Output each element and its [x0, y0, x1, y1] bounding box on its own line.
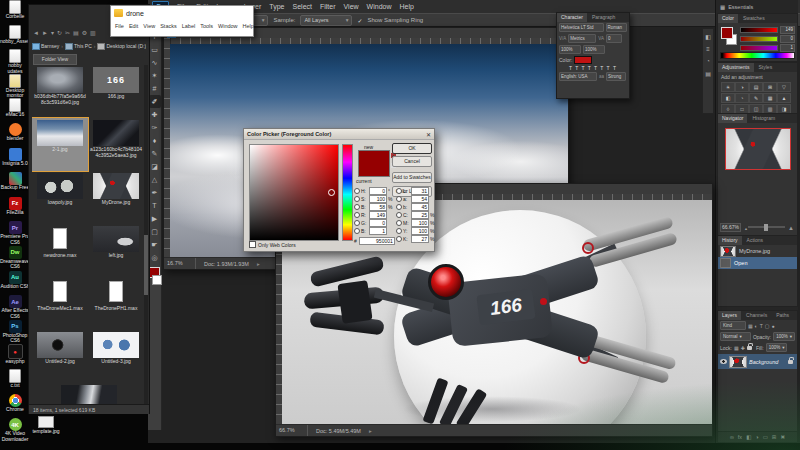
radio-button[interactable] — [354, 204, 360, 210]
adjustment-icon[interactable]: ⊞ — [763, 82, 777, 92]
blue-slider[interactable] — [740, 45, 778, 51]
tab-channels[interactable]: Channels — [742, 311, 771, 320]
toolbar-icon[interactable]: ▥ — [90, 29, 96, 36]
tracking-dropdown[interactable]: 0 — [606, 34, 622, 43]
hex-input[interactable]: 950001 — [359, 237, 395, 245]
adjustment-icon[interactable]: ◧ — [721, 93, 735, 103]
tab-swatches[interactable]: Swatches — [739, 14, 769, 23]
value-input[interactable]: 31 — [411, 187, 429, 195]
menu-item[interactable]: Filter — [320, 3, 336, 10]
file-item[interactable]: b036db4b77fa5e9a66d8c3c591d6e0.jpg — [32, 65, 88, 118]
toolbar-icon[interactable]: ↻ — [57, 29, 62, 36]
blue-value[interactable]: 1 — [780, 44, 795, 52]
desktop-icon[interactable]: Premiere Pro CS6 — [0, 221, 30, 246]
horizontal-scale-input[interactable]: 100% — [583, 45, 605, 54]
status-arrow-icon[interactable]: ▸ — [369, 428, 372, 434]
desktop-icon[interactable]: Insignia 5.0 — [0, 148, 30, 173]
sample-dropdown[interactable]: All Layers▾ — [300, 15, 352, 26]
adjustment-icon[interactable]: ☀ — [721, 82, 735, 92]
red-value[interactable]: 149 — [780, 26, 795, 34]
zoom-slider-thumb[interactable] — [764, 224, 768, 231]
menu-item[interactable]: Type — [269, 3, 284, 10]
green-slider[interactable] — [740, 36, 778, 42]
tool-button[interactable]: # — [149, 82, 161, 95]
file-item[interactable]: left.jpg — [88, 224, 144, 277]
tab-paths[interactable]: Paths — [772, 311, 793, 320]
tool-button[interactable]: ✎ — [149, 147, 161, 160]
desktop-icon[interactable]: Dreamweaver CS6 — [0, 246, 30, 271]
menu-item[interactable]: Help — [243, 23, 254, 29]
history-step[interactable]: MyDrone.jpg — [718, 245, 797, 257]
adjustment-icon[interactable]: ◑ — [735, 82, 749, 92]
filter-icon[interactable]: ▦ — [748, 323, 753, 329]
scrollbar-thumb[interactable] — [144, 235, 148, 295]
text-color-swatch[interactable] — [574, 56, 592, 64]
adjustment-icon[interactable]: ▽ — [777, 82, 791, 92]
radio-button[interactable] — [354, 212, 360, 218]
filter-icon[interactable]: ▢ — [765, 323, 770, 329]
tool-button[interactable]: ☛ — [149, 238, 161, 251]
tab-styles[interactable]: Styles — [755, 63, 777, 72]
tab-paragraph[interactable]: Paragraph — [588, 13, 619, 22]
desktop-icon[interactable]: Desktop monitor — [0, 74, 30, 99]
dialog-title-bar[interactable]: Color Picker (Foreground Color) ✕ — [244, 129, 434, 140]
toolbar-icon[interactable]: ✂ — [65, 29, 70, 36]
collapsed-panel-icon[interactable]: ◧ — [705, 33, 711, 40]
file-item[interactable]: Untitled-3.jpg — [88, 330, 144, 383]
breadcrumb-segment[interactable]: Barnsey — [32, 43, 63, 50]
toolbar-icon[interactable]: ◄ — [33, 30, 39, 36]
navigator-proxy-preview[interactable] — [725, 128, 791, 170]
color-field[interactable] — [249, 144, 339, 241]
tab-actions[interactable]: Actions — [743, 236, 767, 245]
tab-character[interactable]: Character — [557, 13, 587, 22]
menu-item[interactable]: Window — [367, 3, 392, 10]
menu-item[interactable]: Edit — [129, 23, 138, 29]
adjustment-icon[interactable]: ◔ — [735, 93, 749, 103]
tab-history[interactable]: History — [718, 236, 742, 245]
value-input[interactable]: 25 — [411, 211, 429, 219]
tool-button[interactable]: △ — [149, 173, 161, 186]
cancel-button[interactable]: Cancel — [392, 156, 432, 167]
radio-button[interactable] — [396, 228, 402, 234]
tool-button[interactable]: ✶ — [149, 69, 161, 82]
radio-button[interactable] — [396, 220, 402, 226]
collapsed-panel-icon[interactable]: ▤ — [705, 70, 711, 77]
tab-color[interactable]: Color — [718, 14, 738, 23]
breadcrumb-segment[interactable]: Desktop local (D:) — [97, 43, 146, 50]
workspace-label[interactable]: Essentials — [728, 4, 753, 10]
zoom-level[interactable]: 66.7% — [276, 425, 308, 436]
value-input[interactable]: 100 — [411, 219, 429, 227]
green-value[interactable]: 0 — [780, 35, 795, 43]
lock-position-icon[interactable]: ✚ — [741, 345, 745, 351]
menu-item[interactable]: Stacks — [160, 23, 177, 29]
language-dropdown[interactable]: English: USA — [559, 72, 597, 81]
tool-button[interactable]: ∿ — [149, 56, 161, 69]
tab-layers[interactable]: Layers — [718, 311, 741, 320]
fill-dropdown[interactable]: 100%▾ — [766, 343, 788, 352]
file-item[interactable]: lowpoly.jpg — [32, 171, 88, 224]
desktop-icon[interactable]: FileZilla — [0, 197, 30, 222]
radio-button[interactable] — [396, 236, 402, 242]
value-input[interactable]: 0 — [369, 219, 387, 227]
adjustment-icon[interactable]: ▤ — [749, 82, 763, 92]
explorer-scrollbar[interactable] — [144, 65, 148, 404]
folder-view-tab[interactable]: Folder View — [33, 54, 77, 65]
toolbar-icon[interactable]: ▾ — [51, 29, 54, 36]
radio-button[interactable] — [354, 228, 360, 234]
value-input[interactable]: 100 — [411, 227, 429, 235]
tab-navigator[interactable]: Navigator — [718, 114, 747, 123]
desktop-icon[interactable]: Backup Free — [0, 172, 30, 197]
tool-button[interactable]: ✑ — [149, 121, 161, 134]
file-item[interactable]: MyDrone.jpg — [88, 171, 144, 224]
color-field-marker[interactable] — [328, 189, 335, 196]
adjustment-icon[interactable]: ✎ — [749, 93, 763, 103]
radio-button[interactable] — [354, 196, 360, 202]
menu-item[interactable]: File — [115, 23, 124, 29]
kind-filter-dropdown[interactable]: Kind — [720, 321, 746, 330]
tool-button[interactable]: ▶ — [149, 212, 161, 225]
tool-button[interactable]: ✒ — [149, 186, 161, 199]
visibility-eye-icon[interactable] — [720, 359, 727, 364]
zoom-in-icon[interactable]: ▲ — [788, 225, 794, 231]
tool-button[interactable]: ◪ — [149, 160, 161, 173]
navigator-zoom-value[interactable]: 66.67% — [720, 223, 741, 232]
